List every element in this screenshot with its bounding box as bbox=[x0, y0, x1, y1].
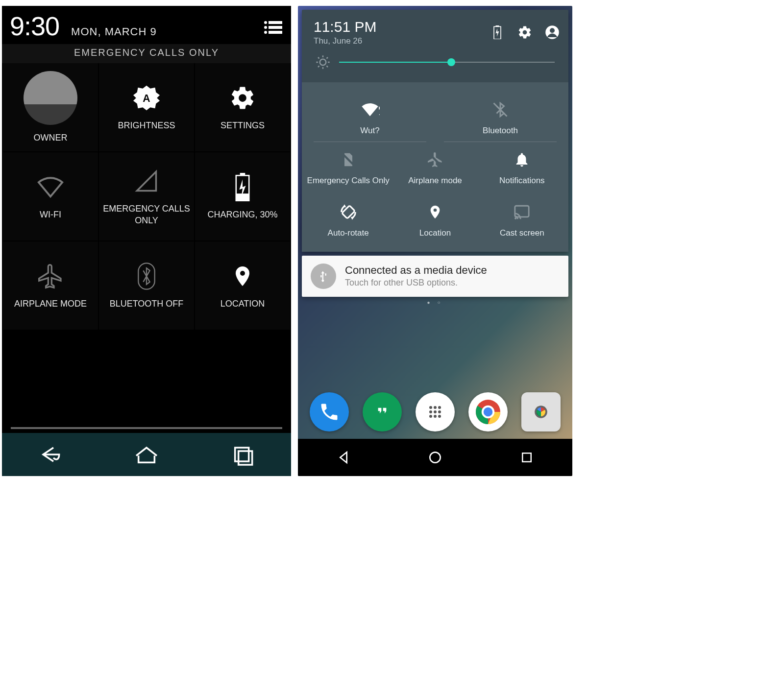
airplane-icon bbox=[36, 262, 65, 291]
svg-point-41 bbox=[438, 406, 441, 409]
svg-marker-29 bbox=[379, 106, 380, 110]
emergency-banner: EMERGENCY CALLS ONLY bbox=[2, 44, 291, 63]
brightness-slider[interactable] bbox=[339, 55, 555, 69]
tile-label: Notifications bbox=[499, 175, 545, 187]
tile-battery[interactable]: CHARGING, 30% bbox=[195, 152, 290, 240]
tile-wifi[interactable]: WI-FI bbox=[3, 152, 98, 240]
brightness-auto-icon: A bbox=[132, 83, 161, 113]
svg-point-45 bbox=[429, 415, 432, 418]
tile-label: Auto-rotate bbox=[328, 228, 369, 239]
app-phone[interactable] bbox=[310, 392, 349, 431]
svg-text:A: A bbox=[143, 93, 150, 104]
autorotate-icon bbox=[339, 202, 358, 222]
tile-notifications[interactable]: Notifications bbox=[479, 142, 565, 194]
tile-location[interactable]: LOCATION bbox=[195, 241, 290, 330]
status-bar: 9:30 MON, MARCH 9 bbox=[2, 6, 291, 44]
svg-point-46 bbox=[434, 415, 437, 418]
battery-charging-icon bbox=[228, 172, 257, 202]
profile-button[interactable] bbox=[545, 25, 560, 40]
list-menu-icon[interactable] bbox=[264, 20, 283, 35]
app-drawer[interactable] bbox=[416, 392, 455, 431]
tile-cellular[interactable]: EMERGENCY CALLS ONLY bbox=[99, 152, 194, 240]
tile-location[interactable]: Location bbox=[392, 194, 478, 247]
usb-icon bbox=[311, 263, 336, 289]
tile-label: CHARGING, 30% bbox=[204, 209, 280, 220]
tile-label: AIRPLANE MODE bbox=[11, 298, 90, 310]
tile-settings[interactable]: SETTINGS bbox=[195, 63, 290, 151]
svg-rect-37 bbox=[515, 206, 529, 217]
nav-bar bbox=[2, 433, 291, 476]
clock-date: MON, MARCH 9 bbox=[71, 25, 157, 38]
app-camera[interactable] bbox=[521, 392, 561, 431]
tile-wifi[interactable]: Wut? bbox=[314, 92, 426, 142]
svg-rect-13 bbox=[235, 448, 248, 461]
battery-icon bbox=[490, 25, 505, 40]
clock-time: 9:30 bbox=[10, 11, 59, 41]
wifi-icon bbox=[360, 100, 380, 120]
tile-bluetooth[interactable]: BLUETOOTH OFF bbox=[99, 241, 194, 330]
signal-icon bbox=[132, 167, 161, 196]
avatar-icon bbox=[24, 71, 77, 125]
nav-home-icon[interactable] bbox=[133, 441, 160, 468]
nav-recent-icon[interactable] bbox=[229, 441, 257, 468]
gear-icon bbox=[228, 83, 257, 113]
shade-handle[interactable] bbox=[11, 427, 282, 429]
svg-point-4 bbox=[264, 31, 267, 34]
airplane-off-icon bbox=[425, 150, 445, 169]
tile-owner[interactable]: OWNER bbox=[3, 63, 98, 151]
tile-brightness[interactable]: A BRIGHTNESS bbox=[99, 63, 194, 151]
app-hangouts[interactable] bbox=[363, 392, 402, 431]
tile-autorotate[interactable]: Auto-rotate bbox=[305, 194, 392, 247]
app-chrome[interactable] bbox=[468, 392, 508, 431]
svg-rect-3 bbox=[269, 26, 282, 29]
notification-subtitle: Touch for other USB options. bbox=[345, 278, 487, 288]
svg-rect-1 bbox=[269, 21, 282, 24]
quick-settings-panel: Wut? Bluetooth Emergency Calls Only Airp… bbox=[302, 82, 568, 252]
notification-card[interactable]: Connected as a media device Touch for ot… bbox=[302, 256, 568, 297]
brightness-row bbox=[302, 50, 568, 82]
svg-rect-14 bbox=[238, 451, 252, 465]
svg-point-42 bbox=[429, 410, 432, 413]
tile-cast[interactable]: Cast screen bbox=[479, 194, 565, 247]
svg-point-2 bbox=[264, 26, 267, 29]
svg-point-44 bbox=[438, 410, 441, 413]
nav-home-icon[interactable] bbox=[425, 448, 445, 467]
shade-header: 11:51 PM Thu, June 26 bbox=[302, 10, 568, 50]
svg-rect-5 bbox=[269, 31, 282, 34]
svg-line-26 bbox=[327, 66, 328, 68]
brightness-icon bbox=[316, 55, 330, 70]
bell-icon bbox=[512, 150, 532, 169]
svg-rect-10 bbox=[236, 193, 249, 201]
tile-airplane[interactable]: Airplane mode bbox=[392, 142, 478, 194]
tile-label: Emergency Calls Only bbox=[307, 175, 390, 187]
tile-airplane[interactable]: AIRPLANE MODE bbox=[3, 241, 98, 330]
svg-line-25 bbox=[318, 57, 319, 59]
phone-kitkat: 9:30 MON, MARCH 9 EMERGENCY CALLS ONLY O… bbox=[2, 6, 291, 476]
tile-label: Location bbox=[419, 228, 451, 239]
svg-rect-55 bbox=[522, 453, 531, 462]
nav-back-icon[interactable] bbox=[334, 448, 353, 467]
settings-button[interactable] bbox=[517, 25, 532, 40]
svg-point-47 bbox=[438, 415, 441, 418]
page-indicator: ● ○ bbox=[298, 297, 572, 308]
tile-cellular[interactable]: Emergency Calls Only bbox=[305, 142, 392, 194]
svg-line-27 bbox=[318, 66, 319, 68]
svg-point-54 bbox=[430, 452, 440, 462]
location-pin-icon bbox=[425, 202, 445, 222]
svg-point-43 bbox=[434, 410, 437, 413]
tile-bluetooth[interactable]: Bluetooth bbox=[444, 92, 557, 142]
svg-point-39 bbox=[429, 406, 432, 409]
tile-label: SETTINGS bbox=[218, 120, 268, 131]
tile-label: Airplane mode bbox=[408, 175, 462, 187]
tile-label: LOCATION bbox=[218, 298, 268, 310]
bluetooth-icon bbox=[132, 262, 161, 291]
notification-shade: 11:51 PM Thu, June 26 Wut? bbox=[302, 10, 568, 252]
tile-label: BLUETOOTH OFF bbox=[107, 298, 187, 310]
tile-label: EMERGENCY CALLS ONLY bbox=[99, 203, 194, 227]
svg-marker-17 bbox=[496, 28, 499, 37]
nav-recent-icon[interactable] bbox=[517, 448, 537, 467]
svg-point-0 bbox=[264, 21, 267, 24]
clock-time: 11:51 PM bbox=[314, 19, 490, 35]
nav-back-icon[interactable] bbox=[36, 441, 64, 468]
svg-point-40 bbox=[434, 406, 437, 409]
